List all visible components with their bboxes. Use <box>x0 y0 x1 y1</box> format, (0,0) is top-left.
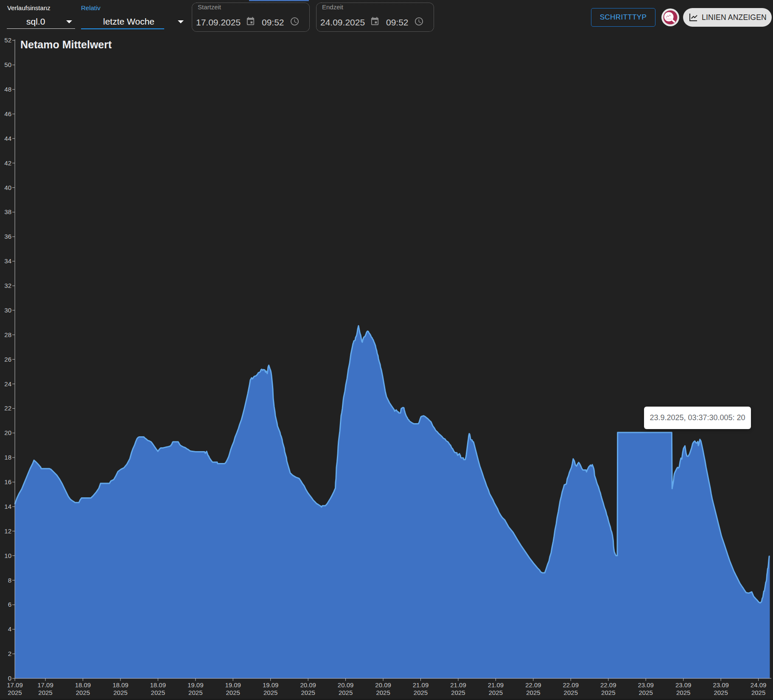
svg-text:8: 8 <box>8 577 11 584</box>
svg-text:18: 18 <box>4 454 11 461</box>
svg-text:48: 48 <box>4 86 11 93</box>
svg-text:21.09: 21.09 <box>450 681 466 689</box>
svg-text:46: 46 <box>4 110 11 117</box>
svg-text:19.09: 19.09 <box>225 681 241 689</box>
svg-text:23.09: 23.09 <box>675 681 692 689</box>
svg-text:17.09: 17.09 <box>37 681 53 689</box>
svg-text:6: 6 <box>8 601 11 608</box>
svg-text:4: 4 <box>8 625 11 633</box>
svg-text:20: 20 <box>4 429 11 436</box>
svg-text:24: 24 <box>4 380 11 388</box>
svg-text:20.09: 20.09 <box>300 681 316 689</box>
svg-text:23.09: 23.09 <box>713 681 729 689</box>
svg-text:34: 34 <box>4 257 11 265</box>
svg-text:44: 44 <box>4 135 11 142</box>
svg-text:0: 0 <box>8 675 11 682</box>
svg-text:Netamo Mittelwert: Netamo Mittelwert <box>20 39 112 50</box>
svg-text:28: 28 <box>4 331 11 338</box>
svg-text:10: 10 <box>4 552 11 559</box>
svg-text:2025: 2025 <box>564 689 578 696</box>
svg-text:2025: 2025 <box>301 689 315 696</box>
svg-text:26: 26 <box>4 356 11 363</box>
svg-text:38: 38 <box>4 208 11 215</box>
svg-text:24.09: 24.09 <box>751 681 767 689</box>
svg-text:18.09: 18.09 <box>75 681 91 689</box>
svg-text:2025: 2025 <box>188 689 202 696</box>
svg-text:2025: 2025 <box>8 689 22 696</box>
svg-text:2025: 2025 <box>38 689 52 696</box>
svg-text:2025: 2025 <box>601 689 615 696</box>
svg-text:20.09: 20.09 <box>338 681 354 689</box>
svg-text:2025: 2025 <box>151 689 165 696</box>
svg-text:36: 36 <box>4 233 11 240</box>
svg-text:2: 2 <box>8 650 11 657</box>
svg-text:2025: 2025 <box>526 689 540 696</box>
svg-text:2025: 2025 <box>639 689 653 696</box>
svg-text:18.09: 18.09 <box>112 681 129 689</box>
svg-text:18.09: 18.09 <box>150 681 166 689</box>
svg-text:2025: 2025 <box>376 689 390 696</box>
svg-text:52: 52 <box>4 36 11 44</box>
svg-text:2025: 2025 <box>113 689 127 696</box>
svg-text:2025: 2025 <box>451 689 465 696</box>
svg-text:2025: 2025 <box>751 689 765 696</box>
svg-text:2025: 2025 <box>263 689 277 696</box>
svg-text:12: 12 <box>4 527 11 535</box>
svg-text:50: 50 <box>4 61 11 68</box>
svg-text:22: 22 <box>4 404 11 412</box>
svg-text:19.09: 19.09 <box>263 681 279 689</box>
svg-text:40: 40 <box>4 184 11 191</box>
svg-text:30: 30 <box>4 307 11 314</box>
svg-text:2025: 2025 <box>714 689 728 696</box>
svg-text:23.09: 23.09 <box>638 681 654 689</box>
svg-text:2025: 2025 <box>76 689 90 696</box>
svg-text:14: 14 <box>4 503 11 510</box>
svg-text:2025: 2025 <box>339 689 353 696</box>
svg-text:2025: 2025 <box>226 689 240 696</box>
svg-text:19.09: 19.09 <box>188 681 204 689</box>
svg-text:2025: 2025 <box>676 689 690 696</box>
svg-text:20.09: 20.09 <box>375 681 391 689</box>
svg-text:2025: 2025 <box>414 689 428 696</box>
svg-text:2025: 2025 <box>489 689 503 696</box>
svg-text:22.09: 22.09 <box>525 681 541 689</box>
svg-text:42: 42 <box>4 159 11 167</box>
svg-text:21.09: 21.09 <box>488 681 504 689</box>
svg-text:32: 32 <box>4 282 11 289</box>
svg-text:21.09: 21.09 <box>413 681 429 689</box>
svg-text:22.09: 22.09 <box>563 681 579 689</box>
svg-text:22.09: 22.09 <box>600 681 616 689</box>
svg-text:17.09: 17.09 <box>7 681 23 689</box>
svg-text:16: 16 <box>4 478 11 485</box>
